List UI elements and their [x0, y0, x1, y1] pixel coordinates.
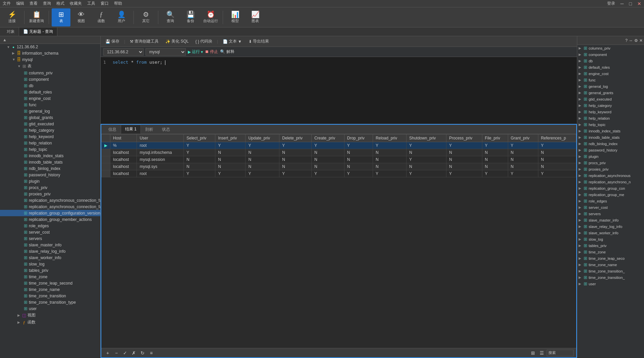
sidebar-table-ndb-binlog-index[interactable]: ⊞ ndb_binlog_index — [0, 165, 100, 172]
right-sidebar-table-item[interactable]: ▶ ⊞ time_zone_transition_ — [577, 274, 644, 281]
toolbar-model[interactable]: 📊 模型 — [226, 8, 245, 26]
sidebar-table-time-zone[interactable]: ⊞ time_zone — [0, 274, 100, 280]
right-sidebar-table-item[interactable]: ▶ ⊞ procs_priv — [577, 160, 644, 166]
right-sidebar-icon-3[interactable]: ⚙ — [634, 38, 638, 43]
right-sidebar-table-item[interactable]: ▶ ⊞ func — [577, 77, 644, 83]
sidebar-table-server-cost[interactable]: ⊞ server_cost — [0, 229, 100, 235]
right-sidebar-table-item[interactable]: ▶ ⊞ default_roles — [577, 64, 644, 70]
list-view-button[interactable]: ☰ — [538, 349, 545, 357]
toolbar-chart[interactable]: 📈 图表 — [246, 8, 265, 26]
add-row-button[interactable]: + — [104, 349, 111, 357]
sidebar-table-procs-priv[interactable]: ⊞ procs_priv — [0, 184, 100, 191]
tree-mysql-db[interactable]: ▼ 🗄 mysql — [0, 56, 100, 63]
sidebar-table-replication-asynchronous-connection-failover[interactable]: ⊞ replication_asynchronous_connection_fa… — [0, 197, 100, 203]
sidebar-table-slow-log[interactable]: ⊞ slow_log — [0, 261, 100, 267]
table-row[interactable]: localhostmysql.infoschemaYNNNNNNNNNNN — [102, 149, 576, 156]
sidebar-table-component[interactable]: ⊞ component — [0, 76, 100, 82]
sidebar-table-servers[interactable]: ⊞ servers — [0, 235, 100, 242]
sidebar-table-time-zone-transition[interactable]: ⊞ time_zone_transition — [0, 293, 100, 299]
menu-edit[interactable]: 编辑 — [16, 1, 24, 6]
toolbar-query[interactable]: 🔍 查询 — [161, 8, 180, 26]
right-sidebar-table-item[interactable]: ▶ ⊞ innodb_table_stats — [577, 134, 644, 140]
sidebar-table-slave-worker-info[interactable]: ⊞ slave_worker_info — [0, 254, 100, 261]
tab-query[interactable]: 📄 无标题 - 查询 — [19, 27, 57, 36]
sidebar-table-time-zone-transition-type[interactable]: ⊞ time_zone_transition_type — [0, 299, 100, 305]
sidebar-table-global-grants[interactable]: ⊞ global_grants — [0, 114, 100, 121]
th-insert-priv[interactable]: Insert_priv — [215, 134, 246, 142]
grid-view-button[interactable]: ⊞ — [529, 349, 537, 357]
right-sidebar-table-item[interactable]: ▶ ⊞ time_zone_transition_ — [577, 268, 644, 274]
toolbar-autorun[interactable]: ⏰ 自动运行 — [201, 8, 220, 26]
data-table-container[interactable]: Host User Select_priv Insert_priv Update… — [101, 134, 576, 348]
th-drop-priv[interactable]: Drop_priv — [344, 134, 373, 142]
query-builder-button[interactable]: ⚒ 查询创建工具 — [128, 38, 161, 45]
sidebar-table-time-zone-name[interactable]: ⊞ time_zone_name — [0, 286, 100, 293]
toolbar-connect[interactable]: ⚡ 连接 — [3, 8, 21, 26]
th-user[interactable]: User — [137, 134, 184, 142]
th-select-priv[interactable]: Select_priv — [184, 134, 215, 142]
sql-editor[interactable]: 1 select * from user; — [101, 57, 577, 124]
sidebar-table-help-topic[interactable]: ⊞ help_topic — [0, 146, 100, 153]
right-sidebar-table-item[interactable]: ▶ ⊞ servers — [577, 211, 644, 217]
menu-favorites[interactable]: 收藏夹 — [70, 1, 82, 6]
table-row[interactable]: localhostmysql.sessionNNNNNNNYNNNN — [102, 156, 576, 163]
confirm-button[interactable]: ✓ — [121, 349, 129, 357]
tree-functions-section[interactable]: ▶ ƒ 函数 — [0, 319, 100, 326]
th-update-priv[interactable]: Update_priv — [246, 134, 279, 142]
toolbar-function[interactable]: ƒ 函数 — [92, 8, 111, 26]
sidebar-table-func[interactable]: ⊞ func — [0, 102, 100, 108]
window-maximize[interactable]: □ — [629, 1, 632, 6]
right-sidebar-table-item[interactable]: ▶ ⊞ replication_asynchronous — [577, 172, 644, 179]
tree-views-section[interactable]: ▶ ◫ 视图 — [0, 312, 100, 319]
tab-status[interactable]: 状态 — [158, 125, 174, 134]
window-minimize[interactable]: ─ — [621, 1, 624, 6]
sidebar-table-tables-priv[interactable]: ⊞ tables_priv — [0, 267, 100, 274]
right-sidebar-table-item[interactable]: ▶ ⊞ replication_group_me — [577, 191, 644, 198]
right-sidebar-table-item[interactable]: ▶ ⊞ slave_master_info — [577, 217, 644, 223]
sidebar-table-plugin[interactable]: ⊞ plugin — [0, 178, 100, 184]
right-sidebar-table-item[interactable]: ▶ ⊞ engine_cost — [577, 70, 644, 77]
menu-view[interactable]: 查看 — [30, 1, 38, 6]
toolbar-other[interactable]: ⚙ 其它 — [137, 8, 155, 26]
menu-tools[interactable]: 工具 — [87, 1, 95, 6]
sidebar-table-role-edges[interactable]: ⊞ role_edges — [0, 223, 100, 229]
sidebar-table-general-log[interactable]: ⊞ general_log — [0, 108, 100, 114]
database-select[interactable]: mysql — [146, 48, 186, 56]
right-sidebar-table-item[interactable]: ▶ ⊞ slave_relay_log_info — [577, 223, 644, 230]
sidebar-table-slave-relay-log-info[interactable]: ⊞ slave_relay_log_info — [0, 248, 100, 254]
sidebar-collapse-btn[interactable]: ▲ — [3, 38, 7, 42]
tree-connection[interactable]: ▼ ● 121.36.66.2 — [0, 44, 100, 50]
th-process-priv[interactable]: Process_priv — [446, 134, 482, 142]
login-button[interactable]: 登录 — [607, 1, 615, 6]
th-delete-priv[interactable]: Delete_priv — [279, 134, 312, 142]
right-sidebar-table-item[interactable]: ▶ ⊞ slave_worker_info — [577, 230, 644, 236]
run-button[interactable]: ▶ 运行 ▾ — [188, 49, 203, 55]
toolbar-new-query[interactable]: 📋 新建查询 — [27, 8, 46, 26]
sidebar-table-help-relation[interactable]: ⊞ help_relation — [0, 140, 100, 146]
sidebar-table-replication-asynchronous-connection-failover-managed[interactable]: ⊞ replication_asynchronous_connection_fa… — [0, 203, 100, 210]
tree-tables-section[interactable]: ▼ ⊞ 表 — [0, 63, 100, 70]
right-sidebar-table-item[interactable]: ▶ ⊞ help_category — [577, 102, 644, 109]
menu-query[interactable]: 查询 — [43, 1, 51, 6]
toolbar-backup[interactable]: 💾 备份 — [181, 8, 200, 26]
more-button[interactable]: ≡ — [148, 349, 155, 357]
save-button[interactable]: 💾 保存 — [103, 38, 121, 45]
right-sidebar-table-item[interactable]: ▶ ⊞ server_cost — [577, 204, 644, 211]
window-close[interactable]: ✕ — [637, 1, 641, 6]
table-row[interactable]: localhostmysql.sysNNNNNNNNNNNN — [102, 163, 576, 170]
right-sidebar-table-item[interactable]: ▶ ⊞ replication_asynchrono_n — [577, 179, 644, 185]
right-sidebar-table-item[interactable]: ▶ ⊞ ndb_binlog_index — [577, 140, 644, 147]
delete-row-button[interactable]: − — [113, 349, 120, 357]
sidebar-table-help-keyword[interactable]: ⊞ help_keyword — [0, 133, 100, 140]
sidebar-table-user[interactable]: ⊞ user — [0, 305, 100, 312]
right-sidebar-table-item[interactable]: ▶ ⊞ user — [577, 281, 644, 287]
text-button[interactable]: 📄 文本 ▼ — [221, 38, 244, 45]
refresh-button[interactable]: ↻ — [139, 349, 146, 357]
right-sidebar-table-item[interactable]: ▶ ⊞ plugin — [577, 153, 644, 160]
tree-information-schema[interactable]: ▶ 🗄 information_schema — [0, 50, 100, 56]
tab-results-1[interactable]: 结果 1 — [121, 125, 141, 134]
sidebar-table-columns-priv[interactable]: ⊞ columns_priv — [0, 70, 100, 76]
code-block-button[interactable]: { } 代码块 — [193, 38, 214, 45]
right-sidebar-table-item[interactable]: ▶ ⊞ component — [577, 51, 644, 58]
right-sidebar-table-item[interactable]: ▶ ⊞ replication_group_con — [577, 185, 644, 191]
